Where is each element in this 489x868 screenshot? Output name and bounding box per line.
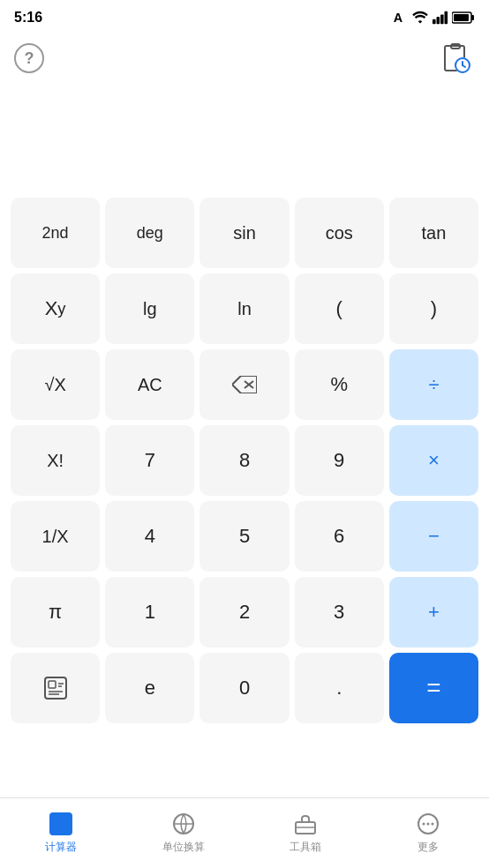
svg-text:A: A [394, 11, 403, 25]
help-button[interactable]: ? [14, 43, 44, 73]
history-icon [440, 42, 471, 74]
nav-unit-label: 单位换算 [162, 840, 205, 855]
btn-3[interactable]: 3 [295, 577, 384, 647]
nav-calculator[interactable]: 计算器 [0, 804, 123, 862]
toolbox-nav-icon [293, 812, 318, 836]
btn-multiply[interactable]: × [389, 425, 478, 496]
btn-1[interactable]: 1 [105, 577, 194, 647]
row-3: √X AC % ÷ [11, 349, 478, 420]
btn-8[interactable]: 8 [199, 425, 289, 496]
btn-percent[interactable]: % [295, 349, 384, 420]
status-bar: 5:16 A [0, 0, 489, 32]
btn-4[interactable]: 4 [105, 501, 194, 572]
btn-sin[interactable]: sin [199, 198, 289, 268]
btn-2[interactable]: 2 [199, 577, 289, 647]
btn-5[interactable]: 5 [199, 501, 289, 572]
btn-ac[interactable]: AC [105, 349, 194, 420]
btn-xy[interactable]: Xy [11, 273, 100, 344]
btn-reciprocal[interactable]: 1/X [11, 501, 100, 572]
row-4: X! 7 8 9 × [11, 425, 478, 496]
nav-unit-converter[interactable]: 单位换算 [123, 804, 245, 862]
svg-rect-4 [445, 11, 448, 24]
row-7: e 0 . = [11, 653, 478, 723]
btn-lg[interactable]: lg [105, 273, 194, 344]
btn-square-icon[interactable] [11, 653, 100, 723]
btn-ln[interactable]: ln [199, 273, 289, 344]
svg-rect-29 [64, 822, 68, 829]
calculator-nav-icon [49, 812, 73, 836]
btn-sqrt[interactable]: √X [11, 349, 100, 420]
svg-point-39 [431, 823, 433, 826]
svg-marker-14 [232, 376, 257, 393]
top-bar: ? [0, 32, 489, 85]
btn-2nd[interactable]: 2nd [11, 198, 100, 268]
more-nav-icon [416, 812, 440, 836]
btn-close-paren[interactable]: ) [389, 273, 478, 344]
row-5: 1/X 4 5 6 − [11, 501, 478, 572]
unit-nav-icon [171, 812, 196, 836]
status-time: 5:16 [14, 10, 42, 26]
row-6: π 1 2 3 + [11, 577, 478, 647]
btn-add[interactable]: + [389, 577, 478, 647]
calculator-grid: 2nd deg sin cos tan Xy lg ln ( ) √X AC %… [0, 191, 489, 727]
svg-rect-3 [440, 14, 444, 24]
svg-rect-25 [59, 817, 63, 820]
svg-rect-30 [54, 827, 57, 831]
svg-point-38 [426, 823, 429, 826]
btn-backspace[interactable] [199, 349, 289, 420]
nav-calculator-label: 计算器 [45, 840, 77, 855]
nav-more-label: 更多 [418, 840, 439, 855]
signal-icon [433, 11, 448, 25]
btn-factorial[interactable]: X! [11, 425, 100, 496]
btn-e[interactable]: e [105, 653, 194, 723]
btn-deg[interactable]: deg [105, 198, 194, 268]
nav-toolbox[interactable]: 工具箱 [244, 804, 367, 862]
btn-7[interactable]: 7 [105, 425, 194, 496]
row-1: 2nd deg sin cos tan [11, 198, 478, 268]
nav-toolbox-label: 工具箱 [290, 840, 321, 855]
svg-rect-31 [59, 827, 63, 831]
history-button[interactable] [436, 39, 475, 78]
a-icon: A [392, 10, 408, 26]
btn-dot[interactable]: . [295, 653, 384, 723]
svg-rect-2 [437, 17, 440, 24]
btn-6[interactable]: 6 [295, 501, 384, 572]
btn-pi[interactable]: π [11, 577, 100, 647]
btn-cos[interactable]: cos [295, 198, 384, 268]
svg-rect-1 [433, 19, 436, 24]
display-area [0, 85, 489, 191]
battery-icon [452, 11, 475, 24]
status-icons: A [392, 10, 475, 26]
svg-rect-27 [54, 822, 57, 826]
svg-point-37 [422, 823, 425, 826]
backspace-icon [232, 376, 257, 393]
svg-rect-28 [59, 822, 63, 826]
svg-rect-26 [64, 817, 68, 820]
btn-divide[interactable]: ÷ [389, 349, 478, 420]
bottom-nav: 计算器 单位换算 工具箱 [0, 797, 489, 868]
svg-rect-18 [49, 681, 56, 688]
svg-rect-24 [54, 817, 57, 820]
svg-rect-6 [471, 15, 474, 20]
square-mode-icon [43, 676, 68, 700]
btn-equals[interactable]: = [389, 653, 478, 723]
btn-open-paren[interactable]: ( [295, 273, 384, 344]
btn-subtract[interactable]: − [389, 501, 478, 572]
nav-more[interactable]: 更多 [367, 804, 490, 862]
wifi-icon [411, 11, 429, 25]
btn-tan[interactable]: tan [389, 198, 478, 268]
btn-0[interactable]: 0 [199, 653, 289, 723]
row-2: Xy lg ln ( ) [11, 273, 478, 344]
svg-rect-7 [454, 14, 469, 21]
btn-9[interactable]: 9 [295, 425, 384, 496]
